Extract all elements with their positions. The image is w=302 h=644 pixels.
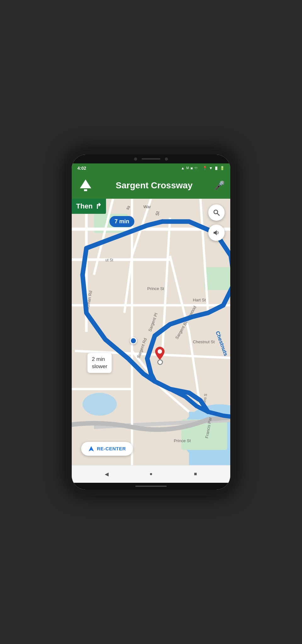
svg-marker-26	[214, 230, 217, 235]
svg-point-6	[82, 393, 117, 416]
destination-pin-icon	[155, 347, 165, 360]
destination-circle	[157, 359, 163, 365]
then-turn-arrow-icon: ↱	[95, 202, 102, 211]
up-arrow-shape	[80, 180, 91, 188]
destination-pin	[155, 347, 165, 360]
shield-status-icon: 🛡	[195, 167, 198, 170]
sd-card-status-icon: ▣	[190, 167, 193, 170]
phone-top-hardware	[72, 155, 230, 163]
duration-text: 7 min	[115, 218, 129, 225]
nav-arrow-status-icon: ▲	[181, 166, 185, 170]
camera-dot	[134, 157, 137, 161]
recent-apps-button[interactable]: ■	[191, 470, 200, 478]
arrow-bar-shape	[84, 189, 87, 191]
recenter-button[interactable]: RE-CENTER	[81, 442, 133, 456]
microphone-icon[interactable]: 🎤	[215, 180, 225, 190]
location-status-icon: 📍	[203, 166, 207, 170]
svg-text:Prince St: Prince St	[147, 286, 164, 291]
gmail-status-icon: M	[186, 166, 189, 170]
camera-dot-2	[165, 157, 168, 161]
slower-badge: 2 min slower	[87, 353, 112, 373]
duration-badge: 7 min	[109, 216, 134, 227]
status-time: 4:02	[77, 166, 86, 171]
signal-status-icon: ▐▌	[214, 167, 218, 170]
recenter-arrow-icon	[88, 446, 94, 452]
svg-text:St: St	[154, 211, 160, 216]
map-search-button[interactable]	[208, 204, 225, 221]
svg-text:Hart St: Hart St	[193, 298, 206, 302]
then-indicator: Then ↱	[72, 199, 106, 214]
search-icon	[213, 209, 220, 216]
svg-marker-28	[89, 446, 94, 451]
phone-bottom-hardware	[72, 483, 230, 490]
battery-status-icon: 🔋	[220, 166, 225, 170]
recenter-label: RE-CENTER	[97, 446, 126, 451]
then-label: Then	[76, 202, 93, 210]
status-icons: ▲ M ▣ 🛡 📍 ▼ ▐▌ 🔋	[181, 166, 225, 170]
map-svg: Codman Rd Sargent Rd Sargent Pl Sargent …	[72, 199, 230, 465]
direction-arrow-icon	[77, 177, 94, 194]
bottom-nav-bar: ◀ ● ■	[72, 465, 230, 483]
svg-text:ut St: ut St	[105, 258, 113, 262]
svg-text:Prince St: Prince St	[174, 438, 191, 443]
slower-line1: 2 min	[92, 356, 107, 363]
wifi-status-icon: ▼	[209, 166, 213, 170]
current-location-dot	[130, 337, 137, 344]
svg-text:War: War	[143, 204, 151, 209]
svg-point-27	[158, 349, 162, 354]
phone-device: 4:02 ▲ M ▣ 🛡 📍 ▼ ▐▌ 🔋	[66, 149, 236, 495]
map-sound-button[interactable]	[208, 225, 225, 241]
sound-icon	[213, 229, 220, 237]
status-bar: 4:02 ▲ M ▣ 🛡 📍 ▼ ▐▌ 🔋	[72, 163, 230, 173]
svg-text:Chestnut St: Chestnut St	[193, 339, 215, 344]
speaker-bar	[142, 158, 160, 160]
home-button[interactable]: ●	[147, 470, 155, 478]
map-container[interactable]: Codman Rd Sargent Rd Sargent Pl Sargent …	[72, 199, 230, 465]
back-button[interactable]: ◀	[102, 470, 111, 478]
svg-rect-4	[204, 267, 230, 290]
nav-street-title: Sargent Crossway	[94, 180, 215, 191]
home-gesture-bar	[135, 486, 167, 487]
svg-line-25	[217, 214, 219, 215]
slower-line2: slower	[92, 363, 107, 370]
nav-header: Sargent Crossway 🎤	[72, 173, 230, 199]
phone-screen: 4:02 ▲ M ▣ 🛡 📍 ▼ ▐▌ 🔋	[72, 155, 230, 490]
